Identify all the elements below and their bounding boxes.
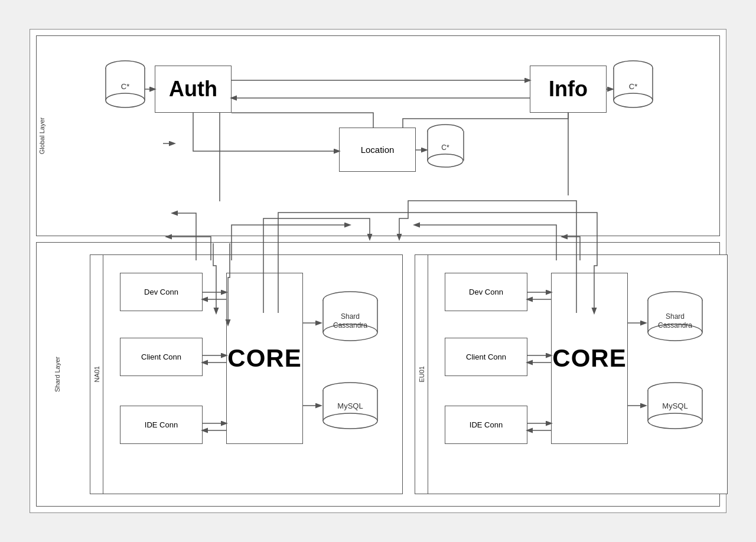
- svg-text:Cassandra: Cassandra: [333, 321, 367, 329]
- eu01-dev-conn-box: Dev Conn: [445, 273, 527, 311]
- svg-text:Shard: Shard: [341, 312, 360, 321]
- na01-core-box: CORE: [226, 273, 303, 444]
- na01-dev-conn-box: Dev Conn: [120, 273, 203, 311]
- svg-text:Shard: Shard: [666, 312, 685, 321]
- na01-shard-cassandra: Shard Cassandra: [321, 290, 380, 346]
- svg-text:C*: C*: [121, 82, 129, 91]
- cstar-center-cylinder: C*: [426, 123, 465, 171]
- location-service-box: Location: [339, 128, 416, 172]
- svg-point-55: [648, 413, 702, 429]
- eu01-ide-conn-box: IDE Conn: [445, 406, 527, 444]
- architecture-diagram: Global Layer Auth C* Info: [30, 29, 726, 513]
- cstar-right-cylinder: C*: [612, 60, 654, 110]
- svg-text:Cassandra: Cassandra: [658, 321, 692, 329]
- shard-layer: Shard Layer NA01 Dev Conn Client Conn ID…: [36, 242, 720, 507]
- eu01-core-box: CORE: [551, 273, 628, 444]
- svg-text:MySQL: MySQL: [337, 401, 363, 410]
- na01-region: NA01 Dev Conn Client Conn IDE Conn CORE: [90, 254, 403, 494]
- global-layer-label: Global Layer: [38, 117, 45, 154]
- shard-layer-label: Shard Layer: [54, 357, 61, 392]
- eu01-mysql: MySQL: [646, 382, 705, 435]
- na01-label: NA01: [90, 255, 103, 494]
- eu01-client-conn-box: Client Conn: [445, 338, 527, 376]
- svg-point-34: [323, 413, 377, 429]
- svg-text:MySQL: MySQL: [662, 401, 687, 410]
- svg-text:C*: C*: [629, 82, 637, 91]
- na01-ide-conn-box: IDE Conn: [120, 406, 203, 444]
- auth-service-box: Auth: [155, 66, 232, 113]
- eu01-region: EU01 Dev Conn Client Conn IDE Conn CORE: [415, 254, 728, 494]
- na01-client-conn-box: Client Conn: [120, 338, 203, 376]
- svg-text:C*: C*: [441, 143, 449, 152]
- cstar-left-cylinder: C*: [105, 60, 146, 110]
- svg-point-16: [428, 154, 463, 167]
- global-layer: Global Layer Auth C* Info: [36, 35, 720, 236]
- svg-point-4: [106, 93, 145, 107]
- eu01-label: EU01: [415, 255, 428, 494]
- svg-point-10: [614, 93, 653, 107]
- info-service-box: Info: [530, 66, 607, 113]
- eu01-shard-cassandra: Shard Cassandra: [646, 290, 705, 346]
- na01-mysql: MySQL: [321, 382, 380, 435]
